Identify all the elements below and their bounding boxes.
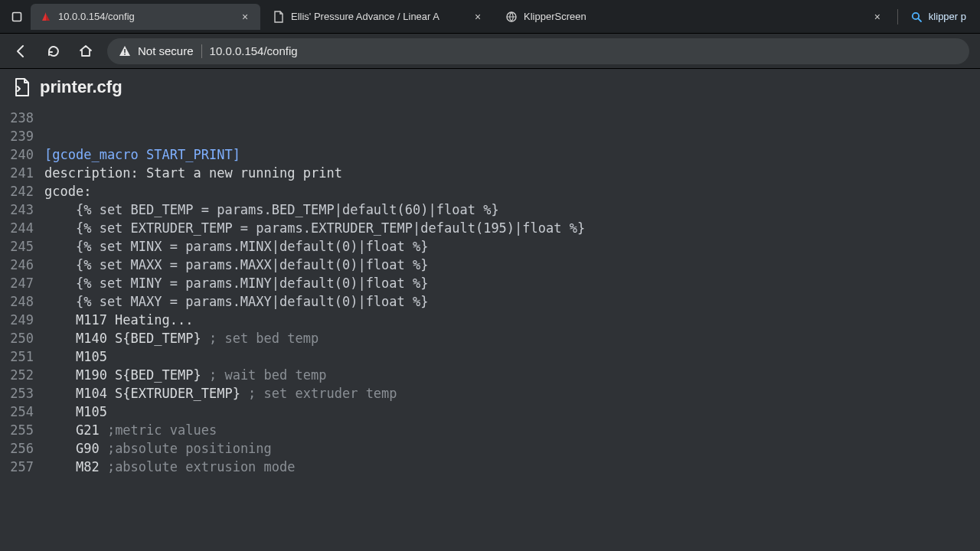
code-line[interactable]: 250 M140 S{BED_TEMP} ; set bed temp bbox=[0, 329, 980, 347]
home-button[interactable] bbox=[75, 41, 96, 62]
code-text[interactable]: M105 bbox=[44, 347, 980, 366]
line-number: 256 bbox=[0, 439, 44, 458]
search-icon bbox=[910, 11, 923, 23]
tab-1[interactable]: 10.0.0.154/config × bbox=[31, 4, 260, 30]
code-text[interactable] bbox=[44, 109, 980, 127]
tab-title: Ellis' Pressure Advance / Linear A bbox=[291, 11, 466, 22]
line-number: 257 bbox=[0, 458, 44, 476]
line-number: 245 bbox=[0, 237, 44, 256]
reload-button[interactable] bbox=[43, 41, 64, 62]
code-text[interactable]: [gcode_macro START_PRINT] bbox=[44, 145, 980, 164]
svg-rect-4 bbox=[124, 49, 126, 53]
line-number: 247 bbox=[0, 274, 44, 292]
code-text[interactable]: M104 S{EXTRUDER_TEMP} ; set extruder tem… bbox=[44, 384, 980, 403]
code-text[interactable]: description: Start a new running print bbox=[44, 164, 980, 182]
file-header: printer.cfg bbox=[0, 69, 980, 106]
line-number: 251 bbox=[0, 347, 44, 366]
code-text[interactable]: G90 ;absolute positioning bbox=[44, 439, 980, 458]
code-text[interactable]: M105 bbox=[44, 403, 980, 421]
mainsail-icon bbox=[40, 11, 52, 23]
close-icon[interactable]: × bbox=[871, 11, 884, 23]
code-line[interactable]: 244 {% set EXTRUDER_TEMP = params.EXTRUD… bbox=[0, 219, 980, 237]
line-number: 239 bbox=[0, 127, 44, 145]
code-line[interactable]: 256 G90 ;absolute positioning bbox=[0, 439, 980, 458]
line-number: 241 bbox=[0, 164, 44, 182]
browser-search-pill[interactable]: klipper p bbox=[903, 5, 974, 28]
code-text[interactable]: {% set MINY = params.MINY|default(0)|flo… bbox=[44, 274, 980, 292]
warning-icon bbox=[118, 44, 132, 58]
line-number: 252 bbox=[0, 366, 44, 384]
code-line[interactable]: 249 M117 Heating... bbox=[0, 311, 980, 329]
code-line[interactable]: 247 {% set MINY = params.MINY|default(0)… bbox=[0, 274, 980, 292]
code-line[interactable]: 251 M105 bbox=[0, 347, 980, 366]
code-editor[interactable]: 238239240[gcode_macro START_PRINT]241des… bbox=[0, 106, 980, 551]
line-number: 244 bbox=[0, 219, 44, 237]
tab-3[interactable]: KlipperScreen × bbox=[496, 4, 893, 30]
code-text[interactable]: {% set BED_TEMP = params.BED_TEMP|defaul… bbox=[44, 201, 980, 219]
code-text[interactable]: M190 S{BED_TEMP} ; wait bed temp bbox=[44, 366, 980, 384]
globe-icon bbox=[505, 11, 518, 23]
tab-title: 10.0.0.154/config bbox=[58, 11, 233, 22]
security-status[interactable]: Not secure bbox=[118, 44, 194, 58]
line-number: 254 bbox=[0, 403, 44, 421]
code-text[interactable]: M117 Heating... bbox=[44, 311, 980, 329]
security-label: Not secure bbox=[138, 44, 194, 57]
line-number: 253 bbox=[0, 384, 44, 403]
line-number: 246 bbox=[0, 256, 44, 274]
code-line[interactable]: 241description: Start a new running prin… bbox=[0, 164, 980, 182]
svg-rect-0 bbox=[13, 12, 21, 21]
line-number: 243 bbox=[0, 201, 44, 219]
svg-rect-5 bbox=[124, 54, 126, 55]
code-text[interactable]: gcode: bbox=[44, 182, 980, 201]
code-text[interactable]: {% set MINX = params.MINX|default(0)|flo… bbox=[44, 237, 980, 256]
code-text[interactable] bbox=[44, 127, 980, 145]
tab-2[interactable]: Ellis' Pressure Advance / Linear A × bbox=[263, 4, 493, 30]
code-text[interactable]: {% set EXTRUDER_TEMP = params.EXTRUDER_T… bbox=[44, 219, 980, 237]
code-line[interactable]: 240[gcode_macro START_PRINT] bbox=[0, 145, 980, 164]
code-line[interactable]: 254 M105 bbox=[0, 403, 980, 421]
tab-title: KlipperScreen bbox=[524, 11, 865, 22]
browser-toolbar: Not secure 10.0.0.154/config bbox=[0, 34, 980, 69]
search-hint-text: klipper p bbox=[929, 11, 966, 22]
code-line[interactable]: 238 bbox=[0, 109, 980, 127]
line-number: 249 bbox=[0, 311, 44, 329]
code-line[interactable]: 246 {% set MAXX = params.MAXX|default(0)… bbox=[0, 256, 980, 274]
code-line[interactable]: 257 M82 ;absolute extrusion mode bbox=[0, 458, 980, 476]
code-text[interactable]: {% set MAXY = params.MAXY|default(0)|flo… bbox=[44, 292, 980, 311]
svg-line-3 bbox=[918, 18, 921, 21]
tab-separator bbox=[897, 9, 898, 24]
code-line[interactable]: 253 M104 S{EXTRUDER_TEMP} ; set extruder… bbox=[0, 384, 980, 403]
code-line[interactable]: 239 bbox=[0, 127, 980, 145]
page-icon bbox=[273, 11, 285, 23]
tab-overview-button[interactable] bbox=[6, 6, 28, 28]
line-number: 242 bbox=[0, 182, 44, 201]
code-text[interactable]: M82 ;absolute extrusion mode bbox=[44, 458, 980, 476]
code-text[interactable]: M140 S{BED_TEMP} ; set bed temp bbox=[44, 329, 980, 347]
line-number: 238 bbox=[0, 109, 44, 127]
line-number: 250 bbox=[0, 329, 44, 347]
code-line[interactable]: 243 {% set BED_TEMP = params.BED_TEMP|de… bbox=[0, 201, 980, 219]
code-line[interactable]: 245 {% set MINX = params.MINX|default(0)… bbox=[0, 237, 980, 256]
line-number: 240 bbox=[0, 145, 44, 164]
close-icon[interactable]: × bbox=[239, 11, 251, 23]
code-line[interactable]: 242gcode: bbox=[0, 182, 980, 201]
file-name: printer.cfg bbox=[40, 77, 122, 97]
url-text: 10.0.0.154/config bbox=[210, 44, 298, 57]
file-icon bbox=[14, 77, 31, 97]
back-button[interactable] bbox=[11, 41, 32, 62]
close-icon[interactable]: × bbox=[472, 11, 484, 23]
code-text[interactable]: {% set MAXX = params.MAXX|default(0)|flo… bbox=[44, 256, 980, 274]
code-line[interactable]: 252 M190 S{BED_TEMP} ; wait bed temp bbox=[0, 366, 980, 384]
code-line[interactable]: 248 {% set MAXY = params.MAXY|default(0)… bbox=[0, 292, 980, 311]
code-line[interactable]: 255 G21 ;metric values bbox=[0, 421, 980, 439]
address-bar[interactable]: Not secure 10.0.0.154/config bbox=[107, 38, 969, 64]
line-number: 248 bbox=[0, 292, 44, 311]
omnibox-divider bbox=[201, 44, 202, 58]
code-text[interactable]: G21 ;metric values bbox=[44, 421, 980, 439]
line-number: 255 bbox=[0, 421, 44, 439]
browser-tab-bar: 10.0.0.154/config × Ellis' Pressure Adva… bbox=[0, 0, 980, 34]
